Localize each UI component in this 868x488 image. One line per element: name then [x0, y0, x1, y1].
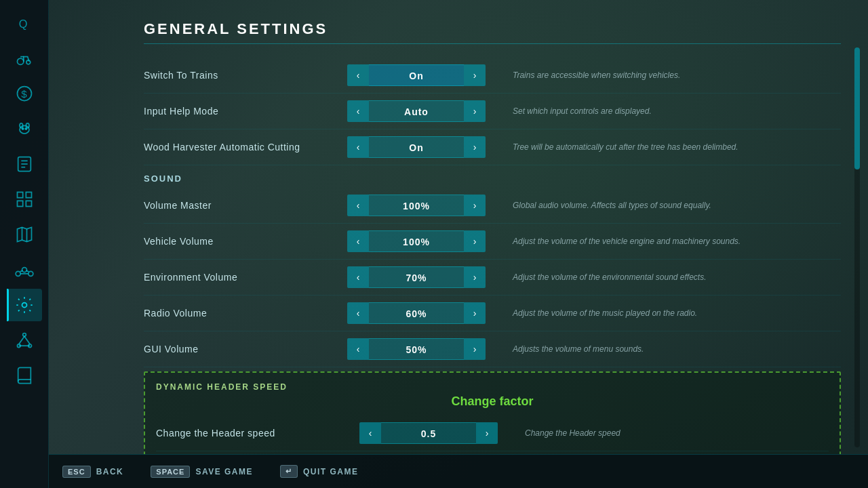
value-switch-to-trains: On — [369, 64, 464, 86]
next-btn-switch-to-trains[interactable]: › — [464, 64, 486, 86]
svg-text:$: $ — [21, 88, 27, 100]
setting-row-environment-volume: Environment Volume ‹ 70% › Adjust the vo… — [144, 260, 841, 296]
svg-rect-15 — [26, 192, 31, 198]
sidebar-item-money[interactable]: $ — [7, 77, 42, 110]
prev-btn-radio-volume[interactable]: ‹ — [347, 302, 369, 324]
label-environment-volume: Environment Volume — [144, 272, 347, 283]
svg-point-28 — [22, 333, 26, 337]
label-switch-to-trains: Switch To Trains — [144, 70, 347, 81]
sidebar-item-tractor[interactable] — [7, 42, 42, 75]
value-gui-volume: 50% — [369, 338, 464, 360]
value-volume-master: 100% — [369, 195, 464, 216]
control-input-help-mode: ‹ Auto › — [347, 100, 486, 122]
next-btn-vehicle-volume[interactable]: › — [464, 230, 486, 252]
hotkey-back[interactable]: ESC BACK — [62, 466, 123, 478]
hotkeys: ESC BACK SPACE SAVE GAME ↵ QUIT GAME — [62, 465, 359, 478]
label-header-speed: Change the Header speed — [156, 428, 359, 439]
next-btn-gui-volume[interactable]: › — [464, 338, 486, 360]
desc-switch-to-trains: Trains are accessible when switching veh… — [513, 70, 841, 80]
svg-point-23 — [28, 271, 33, 276]
setting-row-header-speed: Change the Header speed ‹ 0.5 › Change t… — [156, 415, 829, 451]
content-area: GENERAL SETTINGS Switch To Trains ‹ On ›… — [49, 0, 868, 454]
next-btn-radio-volume[interactable]: › — [464, 302, 486, 324]
setting-row-switch-to-trains: Switch To Trains ‹ On › Trains are acces… — [144, 58, 841, 94]
sidebar-item-fields[interactable] — [7, 148, 42, 180]
sidebar-item-network[interactable] — [7, 324, 42, 357]
prev-btn-switch-to-trains[interactable]: ‹ — [347, 64, 369, 86]
main-content: GENERAL SETTINGS Switch To Trains ‹ On ›… — [49, 0, 868, 488]
sidebar-item-production[interactable] — [7, 183, 42, 216]
svg-point-8 — [22, 128, 23, 129]
svg-rect-17 — [26, 201, 31, 206]
control-vehicle-volume: ‹ 100% › — [347, 230, 486, 252]
label-radio-volume: Radio Volume — [144, 308, 347, 319]
hotkey-save-game[interactable]: SPACE SAVE GAME — [151, 466, 253, 478]
hotkey-label: SAVE GAME — [195, 467, 253, 476]
desc-gui-volume: Adjusts the volume of menu sounds. — [513, 344, 841, 354]
prev-btn-volume-master[interactable]: ‹ — [347, 195, 369, 216]
svg-marker-18 — [17, 228, 31, 242]
value-vehicle-volume: 100% — [369, 230, 464, 252]
prev-btn-vehicle-volume[interactable]: ‹ — [347, 230, 369, 252]
prev-btn-environment-volume[interactable]: ‹ — [347, 266, 369, 288]
setting-row-gui-volume: GUI Volume ‹ 50% › Adjusts the volume of… — [144, 331, 841, 367]
desc-environment-volume: Adjust the volume of the environmental s… — [513, 272, 841, 282]
scrollbar-thumb — [854, 47, 860, 169]
prev-btn-wood-harvester[interactable]: ‹ — [347, 136, 369, 158]
setting-row-vehicle-volume: Vehicle Volume ‹ 100% › Adjust the volum… — [144, 224, 841, 260]
hotkey-label: BACK — [96, 467, 124, 476]
sidebar-item-map[interactable] — [7, 218, 42, 251]
scrollbar[interactable] — [854, 47, 860, 447]
sidebar-item-settings[interactable] — [7, 289, 42, 321]
svg-point-21 — [22, 268, 26, 272]
sidebar-item-machinery[interactable] — [7, 253, 42, 286]
dynamic-header-rows: Change the Header speed ‹ 0.5 › Change t… — [156, 415, 829, 451]
sidebar-item-quest[interactable]: Q — [7, 7, 42, 39]
dynamic-header-subtitle: Change factor — [156, 394, 829, 409]
prev-btn-input-help-mode[interactable]: ‹ — [347, 100, 369, 122]
svg-line-31 — [18, 336, 24, 344]
dynamic-header-box: DYNAMIC HEADER SPEED Change factor Chang… — [144, 371, 841, 454]
next-btn-wood-harvester[interactable]: › — [464, 136, 486, 158]
svg-point-5 — [20, 125, 29, 134]
sound-section-header: SOUND — [144, 165, 841, 188]
svg-point-9 — [25, 128, 26, 129]
desc-vehicle-volume: Adjust the volume of the vehicle engine … — [513, 237, 841, 246]
sound-settings: Volume Master ‹ 100% › Global audio volu… — [144, 188, 841, 367]
hotkey-quit-game[interactable]: ↵ QUIT GAME — [280, 465, 359, 478]
setting-row-volume-master: Volume Master ‹ 100% › Global audio volu… — [144, 188, 841, 224]
sidebar-item-animals[interactable] — [7, 113, 42, 145]
page-title: GENERAL SETTINGS — [144, 20, 841, 44]
dynamic-header-title: DYNAMIC HEADER SPEED — [156, 382, 829, 392]
prev-btn-header-speed[interactable]: ‹ — [359, 422, 381, 444]
hotkey-label: QUIT GAME — [303, 467, 359, 476]
setting-row-wood-harvester: Wood Harvester Automatic Cutting ‹ On › … — [144, 129, 841, 165]
next-btn-input-help-mode[interactable]: › — [464, 100, 486, 122]
svg-rect-16 — [17, 201, 22, 206]
active-indicator — [7, 289, 9, 321]
setting-row-radio-volume: Radio Volume ‹ 60% › Adjust the volume o… — [144, 296, 841, 331]
label-input-help-mode: Input Help Mode — [144, 106, 347, 117]
value-input-help-mode: Auto — [369, 100, 464, 122]
label-volume-master: Volume Master — [144, 200, 347, 211]
desc-input-help-mode: Set which input controls are displayed. — [513, 106, 841, 116]
desc-wood-harvester: Tree will be automatically cut after the… — [513, 142, 841, 152]
sidebar: Q $ — [0, 0, 49, 488]
control-volume-master: ‹ 100% › — [347, 195, 486, 216]
next-btn-volume-master[interactable]: › — [464, 195, 486, 216]
next-btn-environment-volume[interactable]: › — [464, 266, 486, 288]
svg-point-22 — [16, 271, 20, 276]
value-wood-harvester: On — [369, 136, 464, 158]
control-environment-volume: ‹ 70% › — [347, 266, 486, 288]
desc-radio-volume: Adjust the volume of the music played on… — [513, 308, 841, 318]
svg-point-1 — [17, 58, 23, 64]
svg-text:Q: Q — [18, 18, 27, 30]
hotkey-badge: SPACE — [151, 466, 190, 478]
next-btn-header-speed[interactable]: › — [476, 422, 498, 444]
sidebar-item-help[interactable] — [7, 359, 42, 392]
control-wood-harvester: ‹ On › — [347, 136, 486, 158]
bottom-bar: ESC BACK SPACE SAVE GAME ↵ QUIT GAME — [49, 454, 868, 488]
control-header-speed: ‹ 0.5 › — [359, 422, 498, 444]
label-wood-harvester: Wood Harvester Automatic Cutting — [144, 142, 347, 152]
prev-btn-gui-volume[interactable]: ‹ — [347, 338, 369, 360]
